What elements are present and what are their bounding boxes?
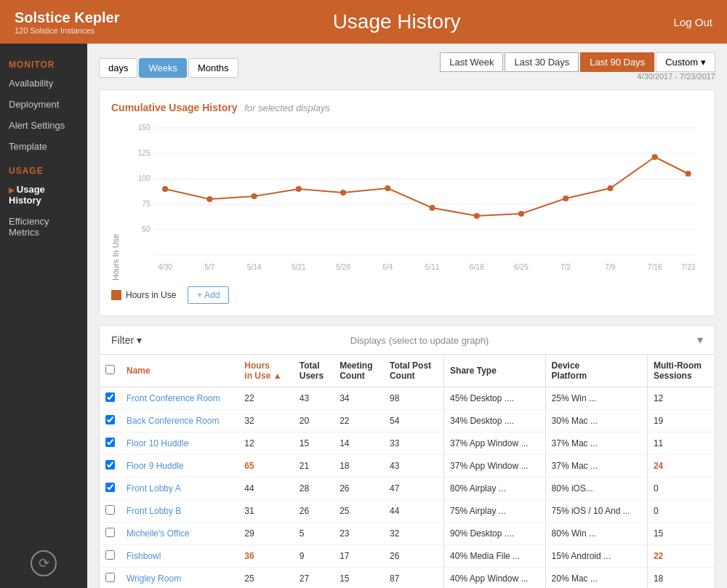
row-hours: 65 (238, 455, 293, 478)
row-checkbox-cell[interactable] (100, 523, 121, 545)
row-hours: 36 (238, 545, 293, 568)
row-checkbox-cell[interactable] (100, 500, 121, 523)
row-multi: 18 (647, 568, 715, 589)
range-last-90-button[interactable]: Last 90 Days (580, 52, 654, 72)
svg-point-27 (296, 186, 302, 192)
sidebar-item-alert-settings[interactable]: Alert Settings (0, 115, 87, 136)
monitor-section-label: MONITOR (0, 51, 87, 73)
row-name[interactable]: Back Conference Room (121, 410, 238, 432)
brand-title: Solstice Kepler (15, 9, 120, 26)
row-checkbox[interactable] (105, 392, 115, 402)
table-row: Front Conference Room 22 43 34 98 45% De… (100, 387, 715, 410)
row-meetings: 26 (334, 478, 384, 500)
row-users: 9 (294, 545, 334, 568)
row-hours: 44 (238, 478, 293, 500)
row-name[interactable]: Floor 10 Huddle (121, 432, 238, 455)
svg-text:6/4: 6/4 (382, 263, 393, 271)
period-weeks-button[interactable]: Weeks (139, 58, 187, 78)
row-checkbox[interactable] (105, 573, 115, 582)
row-users: 26 (294, 500, 334, 523)
svg-text:7/23: 7/23 (681, 263, 696, 271)
row-name[interactable]: Front Lobby B (121, 500, 238, 523)
displays-table: Name Hoursin Use ▲ TotalUsers MeetingCou… (100, 355, 715, 588)
sidebar-item-template[interactable]: Template (0, 136, 87, 157)
svg-text:125: 125 (138, 149, 150, 157)
row-device: 30% Mac ... (545, 410, 647, 432)
row-posts: 54 (384, 410, 444, 432)
row-name[interactable]: Wrigley Room (121, 568, 238, 589)
y-axis-label: Hours In Use (111, 121, 120, 281)
row-multi: 15 (647, 523, 715, 545)
row-name[interactable]: Front Conference Room (121, 387, 238, 410)
row-multi: 0 (647, 478, 715, 500)
svg-text:6/11: 6/11 (425, 263, 440, 271)
period-months-button[interactable]: Months (188, 58, 238, 78)
select-all-checkbox[interactable] (105, 365, 115, 374)
row-posts: 47 (384, 478, 444, 500)
row-meetings: 15 (334, 568, 384, 589)
th-meetings[interactable]: MeetingCount (334, 355, 384, 387)
row-checkbox-cell[interactable] (100, 410, 121, 432)
row-name[interactable]: Floor 9 Huddle (121, 455, 238, 478)
row-share: 90% Desktop .... (444, 523, 546, 545)
row-checkbox-cell[interactable] (100, 432, 121, 455)
th-name[interactable]: Name (121, 355, 238, 387)
logout-button[interactable]: Log Out (674, 16, 712, 28)
table-title-sub: (select to update graph) (389, 335, 489, 346)
table-row: Front Lobby A 44 28 26 47 80% Airplay ..… (100, 478, 715, 500)
row-checkbox[interactable] (105, 505, 115, 515)
range-last-30-button[interactable]: Last 30 Days (505, 52, 579, 72)
row-checkbox[interactable] (105, 415, 115, 424)
table-collapse-button[interactable]: ▾ (697, 333, 703, 347)
row-meetings: 25 (334, 500, 384, 523)
row-posts: 33 (384, 432, 444, 455)
custom-chevron-icon: ▾ (701, 57, 706, 68)
row-posts: 44 (384, 500, 444, 523)
row-name[interactable]: Front Lobby A (121, 478, 238, 500)
th-users[interactable]: TotalUsers (294, 355, 334, 387)
row-meetings: 18 (334, 455, 384, 478)
row-checkbox-cell[interactable] (100, 455, 121, 478)
row-checkbox-cell[interactable] (100, 568, 121, 589)
row-checkbox-cell[interactable] (100, 545, 121, 568)
row-name[interactable]: Michelle's Office (121, 523, 238, 545)
sidebar-item-efficiency-metrics[interactable]: Efficiency Metrics (0, 211, 87, 243)
add-legend-button[interactable]: + Add (188, 286, 229, 304)
row-checkbox[interactable] (105, 528, 115, 537)
th-hours[interactable]: Hoursin Use ▲ (238, 355, 293, 387)
row-checkbox[interactable] (105, 550, 115, 560)
th-share[interactable]: Share Type (444, 355, 546, 387)
th-posts[interactable]: Total PostCount (384, 355, 444, 387)
sidebar-item-availability[interactable]: Availability (0, 73, 87, 94)
svg-point-30 (429, 205, 435, 211)
th-device[interactable]: DevicePlatform (545, 355, 647, 387)
row-multi: 24 (647, 455, 715, 478)
svg-point-33 (563, 196, 569, 201)
table-card: Filter ▾ Displays (select to update grap… (99, 325, 715, 588)
th-multi[interactable]: Multi-RoomSessions (647, 355, 715, 387)
row-checkbox-cell[interactable] (100, 478, 121, 500)
row-device: 37% Mac ... (545, 455, 647, 478)
chart-subtitle: for selected displays (244, 102, 330, 113)
row-checkbox[interactable] (105, 483, 115, 492)
sidebar-item-usage-history[interactable]: Usage History (0, 179, 87, 211)
row-hours: 31 (238, 500, 293, 523)
period-days-button[interactable]: days (99, 58, 137, 78)
row-checkbox-cell[interactable] (100, 387, 121, 410)
table-header: Filter ▾ Displays (select to update grap… (100, 326, 715, 355)
row-device: 20% Mac ... (545, 568, 647, 589)
range-last-week-button[interactable]: Last Week (440, 52, 503, 72)
period-btn-group: days Weeks Months (99, 58, 238, 78)
brand-subtitle: 120 Solstice Instances (15, 26, 120, 35)
filter-label: Filter (111, 334, 134, 346)
sidebar-item-deployment[interactable]: Deployment (0, 94, 87, 115)
row-posts: 43 (384, 455, 444, 478)
row-checkbox[interactable] (105, 438, 115, 447)
row-meetings: 23 (334, 523, 384, 545)
legend-label-hours: Hours in Use (126, 290, 176, 300)
row-name[interactable]: Fishbowl (121, 545, 238, 568)
filter-button[interactable]: Filter ▾ (111, 334, 142, 346)
row-checkbox[interactable] (105, 460, 115, 470)
range-custom-button[interactable]: Custom ▾ (656, 52, 715, 72)
svg-text:7/9: 7/9 (605, 263, 616, 271)
